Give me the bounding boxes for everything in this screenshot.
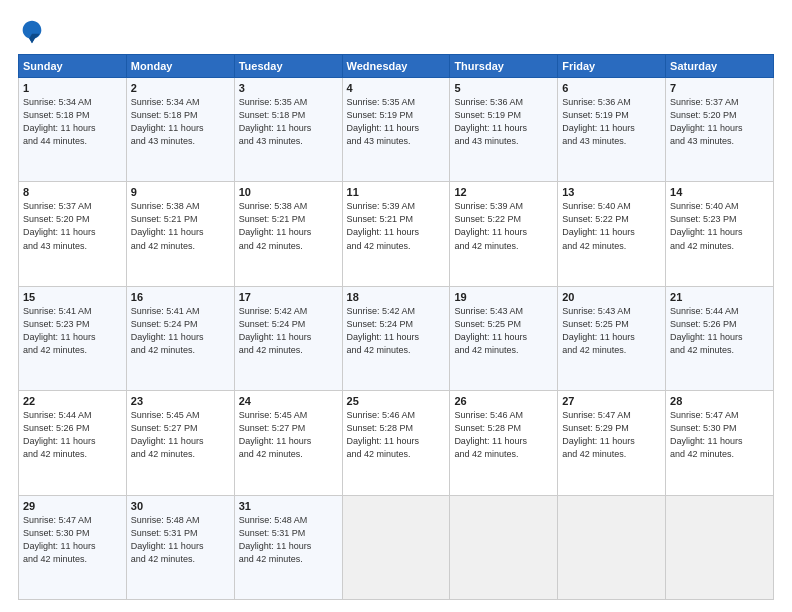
calendar-cell — [450, 495, 558, 599]
day-number: 15 — [23, 291, 122, 303]
calendar-cell: 13Sunrise: 5:40 AM Sunset: 5:22 PM Dayli… — [558, 182, 666, 286]
day-info: Sunrise: 5:46 AM Sunset: 5:28 PM Dayligh… — [454, 409, 553, 461]
day-number: 19 — [454, 291, 553, 303]
calendar-cell: 11Sunrise: 5:39 AM Sunset: 5:21 PM Dayli… — [342, 182, 450, 286]
day-info: Sunrise: 5:42 AM Sunset: 5:24 PM Dayligh… — [239, 305, 338, 357]
day-number: 4 — [347, 82, 446, 94]
calendar-cell: 19Sunrise: 5:43 AM Sunset: 5:25 PM Dayli… — [450, 286, 558, 390]
day-number: 7 — [670, 82, 769, 94]
calendar-cell: 15Sunrise: 5:41 AM Sunset: 5:23 PM Dayli… — [19, 286, 127, 390]
calendar-cell: 12Sunrise: 5:39 AM Sunset: 5:22 PM Dayli… — [450, 182, 558, 286]
day-number: 9 — [131, 186, 230, 198]
day-number: 12 — [454, 186, 553, 198]
calendar-cell: 4Sunrise: 5:35 AM Sunset: 5:19 PM Daylig… — [342, 78, 450, 182]
calendar-cell: 25Sunrise: 5:46 AM Sunset: 5:28 PM Dayli… — [342, 391, 450, 495]
day-info: Sunrise: 5:39 AM Sunset: 5:22 PM Dayligh… — [454, 200, 553, 252]
calendar-body: 1Sunrise: 5:34 AM Sunset: 5:18 PM Daylig… — [19, 78, 774, 600]
day-info: Sunrise: 5:36 AM Sunset: 5:19 PM Dayligh… — [562, 96, 661, 148]
day-info: Sunrise: 5:38 AM Sunset: 5:21 PM Dayligh… — [239, 200, 338, 252]
weekday-row: SundayMondayTuesdayWednesdayThursdayFrid… — [19, 55, 774, 78]
day-info: Sunrise: 5:47 AM Sunset: 5:30 PM Dayligh… — [23, 514, 122, 566]
calendar-cell: 29Sunrise: 5:47 AM Sunset: 5:30 PM Dayli… — [19, 495, 127, 599]
day-number: 13 — [562, 186, 661, 198]
calendar-cell: 6Sunrise: 5:36 AM Sunset: 5:19 PM Daylig… — [558, 78, 666, 182]
calendar-cell: 7Sunrise: 5:37 AM Sunset: 5:20 PM Daylig… — [666, 78, 774, 182]
day-number: 11 — [347, 186, 446, 198]
weekday-header-sunday: Sunday — [19, 55, 127, 78]
day-number: 3 — [239, 82, 338, 94]
weekday-header-tuesday: Tuesday — [234, 55, 342, 78]
calendar-week-1: 1Sunrise: 5:34 AM Sunset: 5:18 PM Daylig… — [19, 78, 774, 182]
day-number: 25 — [347, 395, 446, 407]
day-info: Sunrise: 5:37 AM Sunset: 5:20 PM Dayligh… — [670, 96, 769, 148]
calendar-cell: 20Sunrise: 5:43 AM Sunset: 5:25 PM Dayli… — [558, 286, 666, 390]
day-number: 23 — [131, 395, 230, 407]
day-number: 14 — [670, 186, 769, 198]
calendar-cell: 24Sunrise: 5:45 AM Sunset: 5:27 PM Dayli… — [234, 391, 342, 495]
day-number: 17 — [239, 291, 338, 303]
calendar-week-3: 15Sunrise: 5:41 AM Sunset: 5:23 PM Dayli… — [19, 286, 774, 390]
calendar-cell — [342, 495, 450, 599]
day-info: Sunrise: 5:47 AM Sunset: 5:30 PM Dayligh… — [670, 409, 769, 461]
calendar-cell: 10Sunrise: 5:38 AM Sunset: 5:21 PM Dayli… — [234, 182, 342, 286]
day-info: Sunrise: 5:34 AM Sunset: 5:18 PM Dayligh… — [131, 96, 230, 148]
day-number: 29 — [23, 500, 122, 512]
day-info: Sunrise: 5:41 AM Sunset: 5:23 PM Dayligh… — [23, 305, 122, 357]
day-info: Sunrise: 5:38 AM Sunset: 5:21 PM Dayligh… — [131, 200, 230, 252]
day-number: 30 — [131, 500, 230, 512]
day-info: Sunrise: 5:48 AM Sunset: 5:31 PM Dayligh… — [131, 514, 230, 566]
day-number: 5 — [454, 82, 553, 94]
day-info: Sunrise: 5:47 AM Sunset: 5:29 PM Dayligh… — [562, 409, 661, 461]
day-number: 31 — [239, 500, 338, 512]
calendar-cell: 14Sunrise: 5:40 AM Sunset: 5:23 PM Dayli… — [666, 182, 774, 286]
day-info: Sunrise: 5:35 AM Sunset: 5:19 PM Dayligh… — [347, 96, 446, 148]
calendar-header: SundayMondayTuesdayWednesdayThursdayFrid… — [19, 55, 774, 78]
day-info: Sunrise: 5:44 AM Sunset: 5:26 PM Dayligh… — [23, 409, 122, 461]
calendar-cell: 2Sunrise: 5:34 AM Sunset: 5:18 PM Daylig… — [126, 78, 234, 182]
calendar-cell: 1Sunrise: 5:34 AM Sunset: 5:18 PM Daylig… — [19, 78, 127, 182]
calendar-cell: 26Sunrise: 5:46 AM Sunset: 5:28 PM Dayli… — [450, 391, 558, 495]
header — [18, 18, 774, 46]
day-number: 28 — [670, 395, 769, 407]
calendar-cell: 17Sunrise: 5:42 AM Sunset: 5:24 PM Dayli… — [234, 286, 342, 390]
calendar-week-5: 29Sunrise: 5:47 AM Sunset: 5:30 PM Dayli… — [19, 495, 774, 599]
day-number: 26 — [454, 395, 553, 407]
day-number: 16 — [131, 291, 230, 303]
calendar-cell: 28Sunrise: 5:47 AM Sunset: 5:30 PM Dayli… — [666, 391, 774, 495]
logo — [18, 18, 50, 46]
day-info: Sunrise: 5:45 AM Sunset: 5:27 PM Dayligh… — [239, 409, 338, 461]
day-info: Sunrise: 5:42 AM Sunset: 5:24 PM Dayligh… — [347, 305, 446, 357]
calendar-week-2: 8Sunrise: 5:37 AM Sunset: 5:20 PM Daylig… — [19, 182, 774, 286]
day-info: Sunrise: 5:48 AM Sunset: 5:31 PM Dayligh… — [239, 514, 338, 566]
day-info: Sunrise: 5:43 AM Sunset: 5:25 PM Dayligh… — [562, 305, 661, 357]
day-number: 24 — [239, 395, 338, 407]
weekday-header-wednesday: Wednesday — [342, 55, 450, 78]
calendar-cell: 8Sunrise: 5:37 AM Sunset: 5:20 PM Daylig… — [19, 182, 127, 286]
calendar-cell: 9Sunrise: 5:38 AM Sunset: 5:21 PM Daylig… — [126, 182, 234, 286]
day-info: Sunrise: 5:43 AM Sunset: 5:25 PM Dayligh… — [454, 305, 553, 357]
day-info: Sunrise: 5:35 AM Sunset: 5:18 PM Dayligh… — [239, 96, 338, 148]
day-info: Sunrise: 5:44 AM Sunset: 5:26 PM Dayligh… — [670, 305, 769, 357]
day-number: 20 — [562, 291, 661, 303]
calendar-cell: 18Sunrise: 5:42 AM Sunset: 5:24 PM Dayli… — [342, 286, 450, 390]
weekday-header-friday: Friday — [558, 55, 666, 78]
day-number: 21 — [670, 291, 769, 303]
logo-icon — [18, 18, 46, 46]
day-number: 6 — [562, 82, 661, 94]
day-info: Sunrise: 5:37 AM Sunset: 5:20 PM Dayligh… — [23, 200, 122, 252]
calendar-cell: 31Sunrise: 5:48 AM Sunset: 5:31 PM Dayli… — [234, 495, 342, 599]
day-number: 8 — [23, 186, 122, 198]
day-number: 1 — [23, 82, 122, 94]
day-info: Sunrise: 5:40 AM Sunset: 5:23 PM Dayligh… — [670, 200, 769, 252]
calendar-cell: 3Sunrise: 5:35 AM Sunset: 5:18 PM Daylig… — [234, 78, 342, 182]
day-number: 10 — [239, 186, 338, 198]
calendar-cell: 16Sunrise: 5:41 AM Sunset: 5:24 PM Dayli… — [126, 286, 234, 390]
day-info: Sunrise: 5:45 AM Sunset: 5:27 PM Dayligh… — [131, 409, 230, 461]
day-number: 27 — [562, 395, 661, 407]
weekday-header-monday: Monday — [126, 55, 234, 78]
calendar-cell: 21Sunrise: 5:44 AM Sunset: 5:26 PM Dayli… — [666, 286, 774, 390]
day-info: Sunrise: 5:41 AM Sunset: 5:24 PM Dayligh… — [131, 305, 230, 357]
day-number: 22 — [23, 395, 122, 407]
page: SundayMondayTuesdayWednesdayThursdayFrid… — [0, 0, 792, 612]
calendar-cell: 5Sunrise: 5:36 AM Sunset: 5:19 PM Daylig… — [450, 78, 558, 182]
